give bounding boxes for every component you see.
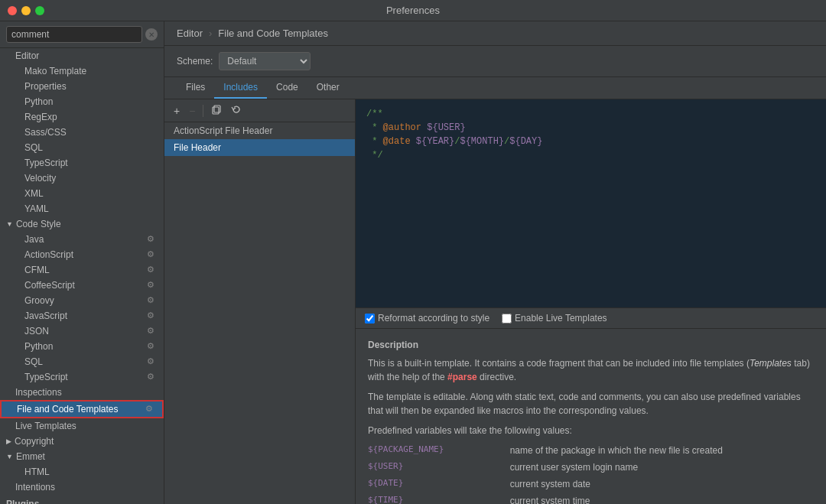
reset-icon [231, 104, 242, 115]
template-item-file-header[interactable]: File Header [164, 139, 355, 156]
sidebar-item-python2[interactable]: Python ⚙ [0, 339, 164, 354]
sidebar-item-file-code-templates[interactable]: File and Code Templates ⚙ [0, 400, 164, 418]
editor-section-label: Editor [15, 50, 39, 61]
content-area: Editor › File and Code Templates Scheme:… [164, 21, 826, 504]
settings-icon: ⚙ [147, 249, 158, 260]
settings-icon: ⚙ [145, 404, 156, 415]
template-item-label: ActionScript File Header [174, 125, 272, 136]
enable-live-templates-label[interactable]: Enable Live Templates [515, 313, 607, 324]
window-controls[interactable] [8, 6, 44, 15]
var-name: ${USER} [368, 459, 510, 476]
reset-template-button[interactable] [228, 102, 245, 119]
description-panel: Description This is a built-in template.… [356, 328, 826, 504]
tab-files[interactable]: Files [177, 77, 214, 99]
description-text-1: This is a built-in template. It contains… [368, 356, 814, 384]
remove-template-button[interactable]: − [186, 103, 198, 119]
reformat-checkbox-group: Reformat according to style [365, 313, 489, 324]
template-item-label: File Header [174, 142, 221, 153]
sidebar-item-xml[interactable]: XML [0, 186, 164, 201]
add-template-button[interactable]: + [171, 103, 183, 119]
tabs-row: Files Includes Code Other [164, 77, 826, 99]
sidebar-section-editor[interactable]: Editor [0, 48, 164, 63]
maximize-button[interactable] [35, 6, 44, 15]
sidebar-item-intentions[interactable]: Intentions [0, 480, 164, 495]
sidebar-section-plugins[interactable]: Plugins [0, 496, 164, 504]
template-list: ActionScript File Header File Header [164, 122, 355, 504]
minimize-button[interactable] [21, 6, 31, 15]
sidebar-item-properties[interactable]: Properties [0, 79, 164, 94]
sidebar-item-actionscript[interactable]: ActionScript ⚙ [0, 247, 164, 262]
copy-icon [211, 104, 222, 115]
copy-template-button[interactable] [208, 102, 225, 119]
settings-icon: ⚙ [147, 295, 158, 306]
right-panel: /** * @author ${USER} * @date ${YEAR}/${… [356, 99, 826, 504]
breadcrumb-editor: Editor [177, 28, 203, 39]
sidebar-item-live-templates[interactable]: Live Templates [0, 418, 164, 434]
description-text-2: The template is editable. Along with sta… [368, 390, 814, 418]
variable-row: ${TIME}current system time [368, 493, 814, 504]
sidebar-item-yaml[interactable]: YAML [0, 201, 164, 216]
settings-icon: ⚙ [147, 341, 158, 352]
template-toolbar: + − [164, 99, 355, 122]
sidebar-item-inspections[interactable]: Inspections [0, 385, 164, 400]
settings-icon: ⚙ [147, 280, 158, 291]
var-description: current system date [510, 476, 814, 493]
sidebar-item-sass[interactable]: Sass/CSS [0, 125, 164, 140]
svg-rect-1 [214, 106, 220, 112]
live-templates-checkbox-group: Enable Live Templates [502, 313, 607, 324]
sidebar-item-coffeescript[interactable]: CoffeeScript ⚙ [0, 278, 164, 293]
sidebar-item-cfml[interactable]: CFML ⚙ [0, 262, 164, 278]
sidebar-item-html[interactable]: HTML [0, 464, 164, 480]
reformat-label[interactable]: Reformat according to style [378, 313, 489, 324]
breadcrumb-current: File and Code Templates [218, 28, 328, 39]
predefined-title: Predefined variables will take the follo… [368, 424, 814, 437]
breadcrumb-separator: › [209, 28, 212, 39]
editor-panel: /** * @author ${USER} * @date ${YEAR}/${… [356, 99, 826, 307]
reformat-checkbox[interactable] [365, 314, 375, 324]
sidebar-item-sql2[interactable]: SQL ⚙ [0, 354, 164, 369]
settings-icon: ⚙ [147, 372, 158, 382]
sidebar-item-velocity[interactable]: Velocity [0, 171, 164, 186]
editor-footer: Reformat according to style Enable Live … [356, 307, 826, 328]
sidebar-item-typescript2[interactable]: TypeScript ⚙ [0, 369, 164, 385]
tab-includes[interactable]: Includes [214, 77, 267, 99]
copyright-arrow-icon: ▶ [6, 437, 11, 445]
code-style-arrow-icon: ▼ [6, 220, 13, 228]
template-item-actionscript[interactable]: ActionScript File Header [164, 122, 355, 139]
settings-icon: ⚙ [147, 234, 158, 245]
description-title: Description [368, 338, 814, 352]
scheme-select[interactable]: Default Project [219, 52, 311, 70]
search-input[interactable] [6, 26, 142, 43]
var-name: ${TIME} [368, 493, 510, 504]
tab-code[interactable]: Code [267, 77, 307, 99]
variable-row: ${USER}current user system login name [368, 459, 814, 476]
svg-rect-0 [213, 107, 219, 114]
template-list-panel: + − [164, 99, 356, 504]
search-clear-button[interactable]: ✕ [145, 28, 158, 41]
sidebar-item-groovy[interactable]: Groovy ⚙ [0, 293, 164, 308]
sidebar-content: Editor Mako Template Properties Python R… [0, 48, 164, 504]
sidebar-section-emmet[interactable]: ▼ Emmet [0, 449, 164, 464]
emmet-arrow-icon: ▼ [6, 453, 13, 460]
sidebar-item-python1[interactable]: Python [0, 94, 164, 109]
enable-live-templates-checkbox[interactable] [502, 314, 512, 324]
var-name: ${DATE} [368, 476, 510, 493]
sidebar-item-regexp[interactable]: RegExp [0, 109, 164, 125]
toolbar-separator [203, 105, 203, 117]
close-button[interactable] [8, 6, 17, 15]
sidebar-item-typescript1[interactable]: TypeScript [0, 155, 164, 171]
sidebar-section-copyright[interactable]: ▶ Copyright [0, 434, 164, 449]
sidebar-section-code-style[interactable]: ▼ Code Style [0, 216, 164, 232]
sidebar-item-json[interactable]: JSON ⚙ [0, 324, 164, 339]
settings-icon: ⚙ [147, 265, 158, 275]
sidebar-item-sql1[interactable]: SQL [0, 140, 164, 155]
panel-content: + − [164, 99, 826, 504]
tab-other[interactable]: Other [307, 77, 349, 99]
sidebar-item-javascript[interactable]: JavaScript ⚙ [0, 308, 164, 324]
var-description: current system time [510, 493, 814, 504]
settings-icon: ⚙ [147, 311, 158, 321]
sidebar-item-java[interactable]: Java ⚙ [0, 232, 164, 247]
code-editor[interactable]: /** * @author ${USER} * @date ${YEAR}/${… [356, 99, 826, 307]
scheme-row: Scheme: Default Project [164, 46, 826, 77]
sidebar-item-mako[interactable]: Mako Template [0, 63, 164, 79]
